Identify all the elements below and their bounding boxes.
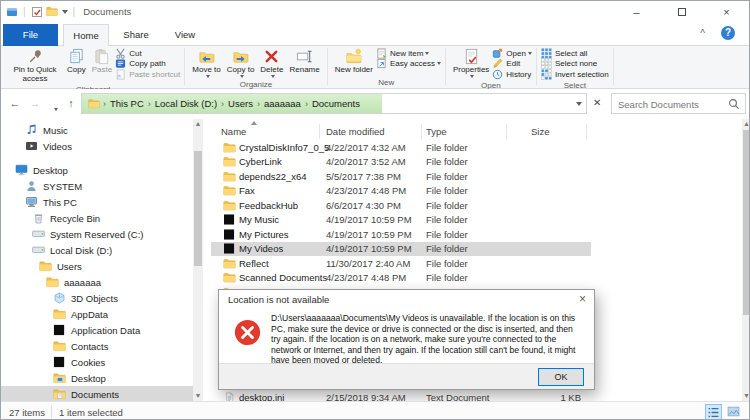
file-row-depends22-x64[interactable]: depends22_x645/5/2017 7:38 PMFile folder: [211, 169, 591, 184]
ribbon-button-copy[interactable]: Copy: [64, 47, 89, 76]
minimize-ribbon-icon[interactable]: ^: [700, 28, 705, 39]
up-button[interactable]: ↑: [63, 96, 79, 112]
sidebar-item-music[interactable]: Music: [1, 122, 193, 138]
help-icon[interactable]: ?: [721, 26, 735, 40]
sidebar-item-users[interactable]: Users: [1, 258, 193, 274]
sidebar-item-desktop[interactable]: Desktop: [1, 162, 193, 178]
minimize-button[interactable]: –: [614, 1, 659, 22]
ribbon-button-easy-access[interactable]: Easy access: [376, 59, 441, 70]
column-header-size[interactable]: Size: [531, 126, 549, 137]
black-square-icon: [53, 324, 66, 336]
scroll-down-icon[interactable]: ▼: [193, 391, 203, 401]
column-header-type[interactable]: Type: [426, 126, 447, 137]
sidebar-item-documents[interactable]: Documents: [1, 386, 193, 401]
search-input[interactable]: Search Documents: [611, 93, 746, 114]
close-button[interactable]: ×: [704, 1, 749, 22]
breadcrumb-item-local-disk-d[interactable]: Local Disk (D:): [151, 98, 221, 109]
column-header-date-modified[interactable]: Date modified: [326, 126, 385, 137]
scroll-down-icon[interactable]: ▼: [742, 391, 749, 401]
maximize-button[interactable]: [659, 1, 704, 22]
file-row-fax[interactable]: Fax4/23/2017 4:48 PMFile folder: [211, 184, 591, 199]
file-row-my-pictures[interactable]: My Pictures4/19/2017 10:59 PMFile folder: [211, 227, 591, 242]
sidebar-item-system[interactable]: SYSTEM: [1, 178, 193, 194]
sidebar-item-system-reserved-c[interactable]: System Reserved (C:): [1, 226, 193, 242]
ribbon-button-delete[interactable]: Delete: [257, 47, 286, 79]
ribbon-button-properties[interactable]: Properties: [450, 47, 492, 79]
folder-icon: [223, 171, 236, 182]
ribbon-button-select-all[interactable]: Select all: [541, 48, 609, 59]
folder-icon: [223, 200, 236, 211]
ribbon-button-invert-selection[interactable]: Invert selection: [541, 69, 609, 80]
ribbon-button-new-folder[interactable]: New folder: [332, 47, 376, 76]
tab-share[interactable]: Share: [113, 24, 159, 47]
file-date: 4/23/2017 4:48 PM: [326, 185, 406, 196]
ribbon-button-open[interactable]: Open: [492, 48, 532, 59]
thumbnails-view-button[interactable]: [725, 404, 742, 420]
ribbon-group-open: PropertiesOpenEditHistoryOpen: [447, 46, 535, 88]
sidebar-scrollbar[interactable]: ▲ ▼: [193, 119, 203, 401]
recent-locations-icon[interactable]: [47, 101, 63, 117]
address-dropdown-icon[interactable]: [576, 102, 582, 106]
file-row-desktop-ini[interactable]: desktop.ini2/15/2018 9:34 AMText Documen…: [211, 390, 591, 401]
ribbon-button-pin-to-quick-access[interactable]: Pin to Quick access: [6, 47, 64, 84]
tab-view[interactable]: View: [163, 24, 207, 47]
breadcrumb-item-users[interactable]: Users: [224, 98, 257, 109]
sidebar-item-label: Recycle Bin: [50, 213, 100, 224]
file-type: Text Document: [426, 392, 489, 402]
ribbon-button-edit[interactable]: Edit: [492, 59, 532, 70]
scrollbar-thumb[interactable]: [194, 151, 202, 266]
ribbon-button-move-to[interactable]: Move to: [189, 47, 223, 79]
ribbon-button-select-none[interactable]: Select none: [541, 59, 609, 70]
back-button[interactable]: ←: [7, 96, 23, 112]
properties-check-icon[interactable]: [31, 6, 43, 18]
file-row-my-music[interactable]: My Music4/19/2017 10:59 PMFile folder: [211, 213, 591, 228]
ribbon-button-paste-shortcut[interactable]: Paste shortcut: [115, 69, 180, 80]
explorer-icon: [6, 6, 18, 18]
sidebar-item-desktop[interactable]: Desktop: [1, 370, 193, 386]
sidebar-item-recycle-bin[interactable]: Recycle Bin: [1, 210, 193, 226]
ribbon-button-rename[interactable]: Rename: [286, 47, 322, 76]
dialog-close-icon[interactable]: ×: [579, 292, 586, 306]
breadcrumb-item-aaaaaaa[interactable]: aaaaaaa: [260, 98, 305, 109]
sidebar-item-local-disk-d[interactable]: Local Disk (D:): [1, 242, 193, 258]
tab-home[interactable]: Home: [63, 24, 109, 47]
details-view-button[interactable]: [705, 404, 722, 420]
sidebar-item-aaaaaaa[interactable]: aaaaaaa: [1, 274, 193, 290]
breadcrumb-item-documents[interactable]: Documents: [308, 98, 364, 109]
ribbon-button-copy-to[interactable]: Copy to: [224, 47, 258, 79]
sidebar-item-contacts[interactable]: Contacts: [1, 338, 193, 354]
column-header-name[interactable]: Name: [221, 126, 246, 137]
file-row-scanned-documents[interactable]: Scanned Documents4/23/2017 4:48 PMFile f…: [211, 271, 591, 286]
ribbon-button-paste[interactable]: Paste: [89, 47, 115, 76]
sidebar-item-3d-objects[interactable]: 3D Objects: [1, 290, 193, 306]
scrollbar-thumb[interactable]: [743, 130, 749, 315]
ok-button[interactable]: OK: [538, 368, 584, 386]
ribbon-button-cut[interactable]: Cut: [115, 48, 180, 59]
file-row-cyberlink[interactable]: CyberLink4/20/2017 3:52 AMFile folder: [211, 155, 591, 170]
file-row-reflect[interactable]: Reflect11/30/2017 2:40 AMFile folder: [211, 256, 591, 271]
file-row-feedbackhub[interactable]: FeedbackHub6/6/2017 4:30 PMFile folder: [211, 198, 591, 213]
new-folder-quick-icon[interactable]: [46, 6, 58, 18]
sidebar-item-cookies[interactable]: Cookies: [1, 354, 193, 370]
ribbon-button-new-item[interactable]: New item: [376, 48, 441, 59]
tab-file[interactable]: File: [3, 24, 58, 46]
sidebar-item-label: Desktop: [33, 165, 68, 176]
sidebar-item-appdata[interactable]: AppData: [1, 306, 193, 322]
ribbon-button-copy-path[interactable]: Copy path: [115, 59, 180, 70]
file-row-crystaldiskinfo7-0-5[interactable]: CrystalDiskInfo7_0_54/22/2017 4:32 AMFil…: [211, 140, 591, 155]
folder-icon: [223, 156, 236, 167]
sidebar-item-videos[interactable]: Videos: [1, 138, 193, 154]
breadcrumb-item-this-pc[interactable]: This PC: [106, 98, 148, 109]
scroll-up-icon[interactable]: ▲: [742, 119, 749, 129]
qat-customize-icon[interactable]: [62, 10, 68, 14]
sidebar-item-application-data[interactable]: Application Data: [1, 322, 193, 338]
sidebar-item-this-pc[interactable]: This PC: [1, 194, 193, 210]
window-title: Documents: [83, 6, 131, 17]
ribbon-button-history[interactable]: History: [492, 69, 532, 80]
forward-button[interactable]: →: [27, 96, 43, 112]
file-row-my-videos[interactable]: My Videos4/19/2017 10:59 PMFile folder: [211, 242, 591, 257]
file-list-scrollbar[interactable]: ▲ ▼: [742, 119, 749, 401]
address-bar[interactable]: ›This PC›Local Disk (D:)›Users›aaaaaaa›D…: [81, 93, 587, 114]
scroll-up-icon[interactable]: ▲: [193, 119, 203, 129]
stop-icon[interactable]: ✕: [593, 97, 601, 108]
